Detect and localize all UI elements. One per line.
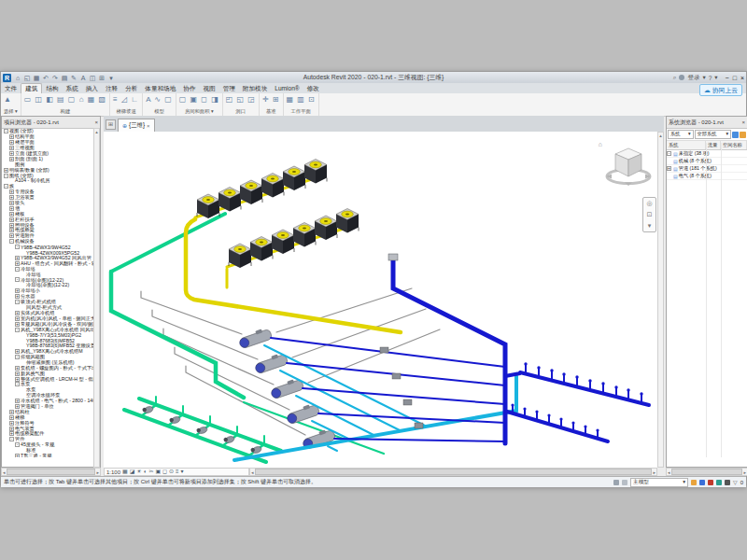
ribbon-panel-icons[interactable]: ▢ ▣ ◻ ◨ xyxy=(179,95,219,104)
close-view-icon[interactable]: × xyxy=(147,123,150,129)
expand-collapse-icon[interactable]: - xyxy=(15,300,20,304)
expand-collapse-icon[interactable]: - xyxy=(15,355,20,359)
project-browser-hscrollbar[interactable]: ◂▸ xyxy=(1,468,101,476)
expand-collapse-icon[interactable]: + xyxy=(9,189,14,194)
chevron-down-icon[interactable]: ▾ xyxy=(648,222,652,230)
system-row[interactable]: - ▤ 未指定 (38 项) xyxy=(667,150,747,158)
undo-icon[interactable]: ↶ xyxy=(42,74,49,82)
expand-collapse-icon[interactable]: - xyxy=(15,245,20,249)
expand-collapse-icon[interactable]: + xyxy=(15,294,20,299)
expand-collapse-icon[interactable]: + xyxy=(15,261,20,266)
view-select[interactable]: 系统▾ xyxy=(668,130,694,139)
ribbon-panel[interactable]: ✛ ⊞ 基准 xyxy=(260,93,284,116)
expand-collapse-icon[interactable]: + xyxy=(9,427,14,431)
system-row[interactable]: + ▤ 管道 (181 个系统) xyxy=(667,165,747,173)
expand-collapse-icon[interactable]: + xyxy=(9,195,14,200)
ribbon-panel-icons[interactable]: ▲ xyxy=(4,95,18,104)
save-icon[interactable]: ▦ xyxy=(33,74,40,82)
expand-collapse-icon[interactable]: + xyxy=(9,134,14,139)
model-3d[interactable] xyxy=(104,132,664,468)
ribbon-tab[interactable]: 文件 xyxy=(1,84,21,93)
editable-only-icon[interactable] xyxy=(691,480,697,485)
filter-icon[interactable]: ▽ xyxy=(733,479,738,485)
redo-icon[interactable]: ↷ xyxy=(51,74,59,82)
section-icon[interactable]: ◫ xyxy=(89,74,96,82)
drawing-area[interactable]: ⌂ ◎ ⊡ ▾ xyxy=(104,132,664,468)
ribbon-tab[interactable]: 插入 xyxy=(82,84,102,93)
ribbon-tab[interactable]: 视图 xyxy=(199,84,218,93)
close-icon[interactable]: × xyxy=(94,117,98,128)
system-browser-hscrollbar[interactable]: ◂▸ xyxy=(666,468,747,476)
expand-collapse-icon[interactable] xyxy=(21,332,25,337)
canvas-vscrollbar[interactable]: ▴ xyxy=(657,132,664,468)
expand-collapse-icon[interactable] xyxy=(21,393,25,398)
ribbon-panel[interactable]: ▲ 选择 ▾ xyxy=(1,93,21,116)
crop-region-icon[interactable]: ▣ xyxy=(155,469,161,475)
expand-collapse-icon[interactable]: + xyxy=(15,288,20,293)
expand-collapse-icon[interactable] xyxy=(667,174,671,178)
ribbon-panel[interactable]: ≡ ◿ ∟ 楼梯坡道 xyxy=(110,93,143,116)
expand-collapse-icon[interactable] xyxy=(21,387,25,392)
ribbon-tab[interactable]: 分析 xyxy=(121,84,141,93)
expand-collapse-icon[interactable] xyxy=(9,178,14,183)
expand-collapse-icon[interactable] xyxy=(21,360,25,365)
expand-collapse-icon[interactable]: - xyxy=(4,174,8,178)
ribbon-panel[interactable]: ▢ ▣ ◻ ◨ 房间和面积 ▾ xyxy=(176,93,223,116)
steering-wheel-icon[interactable]: ◎ xyxy=(646,200,652,207)
expand-collapse-icon[interactable] xyxy=(21,448,25,453)
shadows-icon[interactable]: ◐ xyxy=(144,469,148,475)
expand-collapse-icon[interactable]: + xyxy=(15,377,20,382)
viewcube-home-icon[interactable]: ⌂ xyxy=(599,141,602,147)
ribbon-tab[interactable]: 系统 xyxy=(63,84,82,93)
open-icon[interactable]: ◱ xyxy=(23,74,31,82)
pumps[interactable] xyxy=(142,405,262,455)
search-icon[interactable]: ⌕ xyxy=(673,74,677,81)
ribbon-tab[interactable]: Lumion® xyxy=(271,84,303,93)
navigation-bar[interactable]: ◎ ⊡ ▾ xyxy=(642,197,656,232)
expand-collapse-icon[interactable]: - xyxy=(15,267,20,272)
expand-collapse-icon[interactable]: + xyxy=(15,322,20,327)
blue-pipes[interactable] xyxy=(271,260,649,443)
tree-row[interactable]: + T形三通 - 常规 xyxy=(2,454,100,457)
expand-collapse-icon[interactable]: - xyxy=(15,277,20,282)
minimize-button[interactable]: − xyxy=(726,75,729,81)
gray-pipes[interactable] xyxy=(141,288,440,435)
expand-collapse-icon[interactable] xyxy=(667,159,671,163)
expand-collapse-icon[interactable]: + xyxy=(9,421,14,426)
thin-lines-icon[interactable]: ⊞ xyxy=(98,74,106,82)
expand-collapse-icon[interactable]: - xyxy=(9,437,14,441)
autofit-button-icon[interactable] xyxy=(732,132,739,138)
expand-collapse-icon[interactable]: + xyxy=(15,454,20,457)
expand-collapse-icon[interactable]: + xyxy=(9,157,14,161)
expand-collapse-icon[interactable]: + xyxy=(15,366,20,371)
expand-collapse-icon[interactable] xyxy=(9,162,14,167)
qat-more-icon[interactable]: ▾ xyxy=(107,74,115,82)
system-row[interactable]: ▤ 机械 (8 个系统) xyxy=(667,158,747,165)
ribbon-tab[interactable]: 建筑 xyxy=(21,83,42,93)
expand-collapse-icon[interactable]: + xyxy=(4,168,8,173)
new-view-tab-button[interactable]: ⊞ xyxy=(106,119,116,130)
expand-collapse-icon[interactable]: + xyxy=(667,166,671,171)
project-browser-vscrollbar[interactable]: ▴ xyxy=(93,128,100,468)
expand-collapse-icon[interactable]: - xyxy=(15,382,20,386)
expand-collapse-icon[interactable]: - xyxy=(667,151,671,156)
restore-button[interactable]: □ xyxy=(733,75,737,81)
settings-button-icon[interactable] xyxy=(740,132,746,138)
view-tab-3d[interactable]: ⊕ {三维} × xyxy=(118,119,155,132)
cloud-plugin-button[interactable]: ☁ 协同上云 xyxy=(699,84,742,96)
expand-collapse-icon[interactable]: + xyxy=(15,256,20,260)
design-option-select[interactable]: 主模型▾ xyxy=(630,478,688,487)
ribbon-panel[interactable]: ▦ ▥ ⊡ 工作平面 xyxy=(284,93,319,116)
expand-collapse-icon[interactable] xyxy=(21,273,25,277)
expand-collapse-icon[interactable]: + xyxy=(9,410,14,414)
expand-collapse-icon[interactable]: - xyxy=(9,239,14,244)
expand-collapse-icon[interactable]: + xyxy=(9,228,14,232)
ribbon-tab[interactable]: 附加模块 xyxy=(239,84,271,93)
expand-collapse-icon[interactable]: + xyxy=(9,140,14,145)
hide-crop-icon[interactable]: ◻ xyxy=(162,469,167,475)
chevron-down-icon[interactable]: ▾ xyxy=(702,74,705,81)
expand-collapse-icon[interactable]: + xyxy=(9,206,14,211)
more-icon[interactable]: ▾ xyxy=(181,469,184,475)
ribbon-panel-icons[interactable]: ◰ ◱ ◲ xyxy=(226,95,256,104)
scale-button[interactable]: 1:100 xyxy=(106,469,120,475)
